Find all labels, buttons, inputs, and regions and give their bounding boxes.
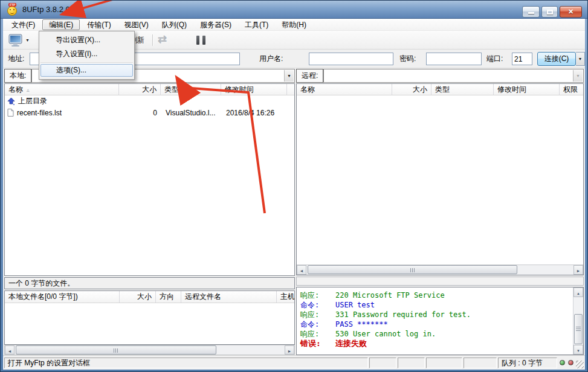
menu-help[interactable]: 帮助(H) — [276, 19, 312, 30]
app-window: FTP 8UFtp 3.8.2.0 ✕ 文件(F) 编辑(E) 传输(T) 视图… — [0, 0, 588, 372]
column-size[interactable]: 大小 — [120, 291, 156, 303]
sort-asc-icon: ▵ — [27, 87, 30, 93]
log-line: 命令:USER test — [300, 300, 569, 310]
menu-item-import-settings[interactable]: 导入设置(I)... — [39, 47, 134, 61]
column-local-filename[interactable]: 本地文件名[0/0 字节]) — [5, 291, 120, 303]
column-direction[interactable]: 方向 — [156, 291, 181, 303]
scroll-left-icon[interactable]: ◄ — [5, 345, 15, 354]
column-type[interactable]: 类型 — [431, 84, 494, 95]
list-item-parent-dir[interactable]: 上层目录 — [5, 95, 294, 107]
remote-status-line — [296, 277, 584, 286]
red-indicator-icon — [568, 360, 573, 365]
list-item-file[interactable]: recent-files.lst 0 VisualStudio.l... 201… — [5, 107, 294, 118]
scrollbar-thumb[interactable] — [16, 345, 216, 354]
file-icon — [7, 109, 14, 117]
remote-path-row: 远程: ▼ — [296, 68, 584, 83]
log-line-error: 错误:连接失败 — [300, 339, 569, 348]
username-label: 用户名: — [259, 50, 283, 68]
menu-item-options[interactable]: 选项(S)... — [40, 64, 133, 77]
status-cell — [398, 358, 425, 368]
log-vertical-scrollbar[interactable]: ▲ ▼ — [573, 287, 583, 354]
queue-panel: 本地文件名[0/0 字节]) 大小 方向 远程文件名 主机 — [4, 290, 295, 345]
status-cell — [369, 358, 396, 368]
close-button[interactable]: ✕ — [560, 6, 582, 18]
menu-queue[interactable]: 队列(Q) — [156, 19, 193, 30]
window-controls: ✕ — [522, 6, 582, 18]
pause-icon[interactable] — [196, 36, 205, 45]
green-indicator-icon — [560, 360, 565, 365]
remote-horizontal-scrollbar[interactable]: ◄ ► — [297, 265, 583, 275]
scroll-left-icon[interactable]: ◄ — [297, 265, 306, 275]
local-panel: 本地: ▼ 名称▵ 大小 类型 修改时间 — [4, 68, 295, 355]
connect-dropdown-button[interactable]: ▼ — [576, 52, 585, 66]
column-size[interactable]: 大小 — [119, 84, 161, 95]
local-tab[interactable]: 本地: — [4, 69, 31, 83]
column-modified[interactable]: 修改时间 — [494, 84, 560, 95]
menu-item-export-settings[interactable]: 导出设置(X)... — [39, 33, 134, 47]
column-name[interactable]: 名称▵ — [5, 84, 119, 95]
column-remote-filename[interactable]: 远程文件名 — [181, 291, 277, 303]
column-host[interactable]: 主机 — [277, 291, 294, 303]
title-bar: FTP 8UFtp 3.8.2.0 ✕ — [1, 1, 587, 19]
chevron-down-icon: ▼ — [578, 57, 583, 61]
queue-header: 本地文件名[0/0 字节]) 大小 方向 远程文件名 主机 — [5, 291, 294, 303]
window-title: 8UFtp 3.8.2.0 — [22, 1, 70, 18]
scrollbar-thumb[interactable] — [308, 265, 517, 274]
menu-edit[interactable]: 编辑(E) — [42, 19, 80, 30]
connection-indicators — [560, 360, 573, 365]
minimize-button[interactable] — [522, 6, 540, 18]
scrollbar-thumb[interactable] — [574, 314, 583, 344]
column-name[interactable]: 名称 — [297, 84, 392, 95]
chevron-down-icon: ▼ — [25, 38, 30, 42]
main-area: 本地: ▼ 名称▵ 大小 类型 修改时间 — [4, 68, 584, 355]
scroll-right-icon[interactable]: ► — [573, 265, 583, 275]
maximize-button[interactable] — [541, 6, 558, 18]
menu-server[interactable]: 服务器(S) — [194, 19, 237, 30]
transfer-icon[interactable]: ⇄ — [158, 33, 167, 46]
status-cell — [464, 358, 497, 368]
queue-status: 队列 : 0 字节 — [498, 358, 557, 368]
scroll-down-icon[interactable]: ▼ — [573, 345, 583, 354]
remote-file-list: 名称 大小 类型 修改时间 权限 ◄ ► — [296, 83, 584, 275]
remote-list-body — [297, 95, 583, 265]
column-size[interactable]: 大小 — [392, 84, 431, 95]
menu-bar: 文件(F) 编辑(E) 传输(T) 视图(V) 队列(Q) 服务器(S) 工具(… — [3, 19, 585, 31]
resize-grip[interactable] — [576, 361, 584, 368]
username-input[interactable] — [309, 53, 393, 65]
menu-separator — [40, 62, 133, 63]
remote-list-header: 名称 大小 类型 修改时间 权限 — [297, 84, 583, 95]
local-status-line: 一个 0 字节的文件。 — [4, 277, 295, 289]
ftp-badge: FTP — [8, 3, 16, 7]
local-horizontal-scrollbar[interactable]: ◄ ► — [4, 345, 295, 355]
log-line: 响应:331 Password required for test. — [300, 310, 569, 319]
port-input[interactable] — [512, 53, 532, 65]
connect-button[interactable]: 连接(C) — [537, 52, 576, 66]
password-label: 密码: — [399, 50, 416, 68]
scroll-up-icon[interactable]: ▲ — [573, 287, 583, 297]
column-modified[interactable]: 修改时间 — [221, 84, 287, 95]
menu-transfer[interactable]: 传输(T) — [81, 19, 117, 30]
column-permissions[interactable]: 权限 — [560, 84, 583, 95]
remote-tab[interactable]: 远程: — [296, 69, 323, 83]
chevron-down-icon: ▼ — [576, 74, 580, 78]
chevron-down-icon: ▼ — [287, 74, 291, 78]
password-input[interactable] — [426, 53, 482, 65]
menu-view[interactable]: 视图(V) — [118, 19, 155, 30]
scroll-right-icon[interactable]: ► — [285, 345, 294, 354]
status-cell — [426, 358, 462, 368]
queue-body — [5, 303, 294, 344]
smiley-icon — [7, 6, 17, 16]
menu-tools[interactable]: 工具(T) — [239, 19, 274, 30]
local-file-list: 名称▵ 大小 类型 修改时间 — [4, 83, 295, 276]
log-line: 响应:220 Microsoft FTP Service — [300, 290, 569, 300]
remote-path-combo: ▼ — [323, 69, 584, 83]
combo-dropdown-button[interactable]: ▼ — [284, 70, 294, 82]
toolbar-divider — [152, 34, 153, 46]
quick-connect-button[interactable]: ▼ — [8, 33, 34, 48]
status-message: 打开 MyFtp 的设置对话框 — [4, 358, 368, 368]
log-panel: 响应:220 Microsoft FTP Service 命令:USER tes… — [296, 287, 584, 355]
minimize-icon — [528, 12, 534, 14]
column-type[interactable]: 类型 — [161, 84, 221, 95]
menu-file[interactable]: 文件(F) — [5, 19, 41, 30]
port-label: 端口: — [486, 50, 503, 68]
